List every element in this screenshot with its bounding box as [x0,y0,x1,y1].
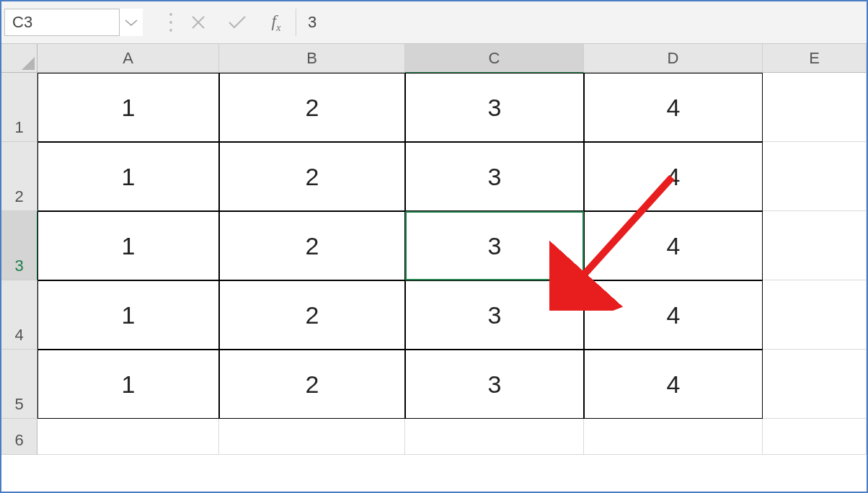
cell-E6[interactable] [763,419,867,455]
column-headers: ABCDE [37,44,867,73]
cell-A1[interactable]: 1 [37,73,219,142]
select-all-icon [22,57,35,70]
cell-C2[interactable]: 3 [405,142,584,211]
column-header-C[interactable]: C [405,44,584,73]
cell-B3[interactable]: 2 [219,211,405,280]
formula-input-wrap [296,9,861,36]
insert-function-button[interactable]: fx [257,9,296,36]
row-header-5[interactable]: 5 [1,350,37,419]
row-header-2[interactable]: 2 [1,142,37,211]
cell-A5[interactable]: 1 [37,350,219,419]
cell-C3[interactable]: 3 [405,211,584,280]
cell-E3[interactable] [763,211,867,280]
cell-B5[interactable]: 2 [219,350,405,419]
cell-C4[interactable]: 3 [405,280,584,350]
cell-E1[interactable] [763,73,867,142]
cell-B2[interactable]: 2 [219,142,405,211]
x-icon [190,14,206,30]
name-box-dropdown[interactable] [120,9,143,36]
cells-grid: 12341234123412341234 [37,73,867,455]
cell-D3[interactable]: 4 [584,211,763,280]
name-box-wrap [4,9,143,36]
cell-C1[interactable]: 3 [405,73,584,142]
cell-D1[interactable]: 4 [584,73,763,142]
check-icon [227,14,247,30]
column-header-A[interactable]: A [37,44,219,73]
row-header-6[interactable]: 6 [1,419,37,455]
cell-A4[interactable]: 1 [37,280,219,350]
cell-D5[interactable]: 4 [584,350,763,419]
column-header-E[interactable]: E [763,44,867,73]
spreadsheet: ABCDE 123456 12341234123412341234 [1,44,867,493]
cell-B6[interactable] [219,419,405,455]
cell-D6[interactable] [584,419,763,455]
row-header-1[interactable]: 1 [1,73,37,142]
cancel-button[interactable] [179,9,218,36]
row-headers: 123456 [1,73,37,455]
cell-D2[interactable]: 4 [584,142,763,211]
formula-input[interactable] [306,12,861,32]
formula-bar: fx [1,1,867,44]
cell-C5[interactable]: 3 [405,350,584,419]
cell-B1[interactable]: 2 [219,73,405,142]
cell-E4[interactable] [763,280,867,350]
column-header-D[interactable]: D [584,44,763,73]
cell-B4[interactable]: 2 [219,280,405,350]
chevron-down-icon [125,18,138,27]
column-header-B[interactable]: B [219,44,405,73]
name-box-input[interactable] [4,9,120,36]
row-header-3[interactable]: 3 [1,211,37,280]
cell-A2[interactable]: 1 [37,142,219,211]
cell-C6[interactable] [405,419,584,455]
fx-icon: fx [272,12,281,34]
select-all-corner[interactable] [1,44,37,73]
cell-A6[interactable] [37,419,219,455]
confirm-button[interactable] [218,9,257,36]
cell-E5[interactable] [763,350,867,419]
cell-E2[interactable] [763,142,867,211]
cell-D4[interactable]: 4 [584,280,763,350]
cell-A3[interactable]: 1 [37,211,219,280]
formula-bar-separator [163,13,179,32]
row-header-4[interactable]: 4 [1,280,37,350]
